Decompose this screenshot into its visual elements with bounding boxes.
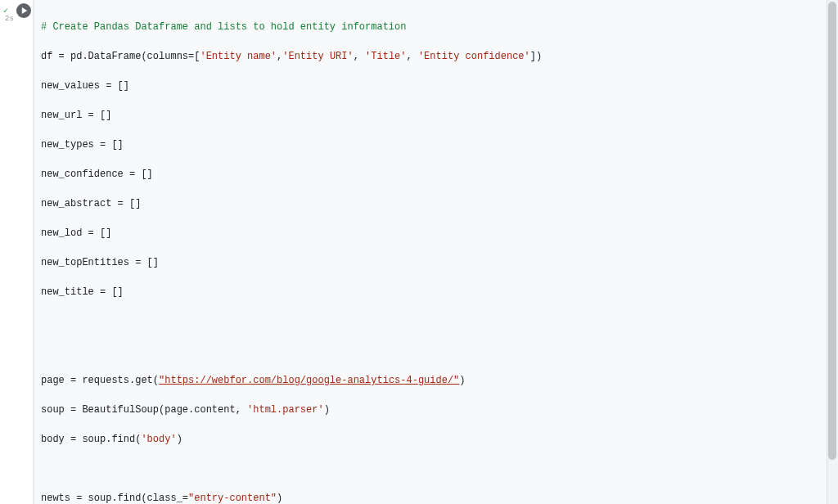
play-icon [21, 7, 28, 14]
run-cell-button[interactable] [16, 3, 31, 18]
code-editor[interactable]: # Create Pandas Dataframe and lists to h… [33, 0, 838, 504]
execution-status: ✓ [3, 5, 11, 13]
vertical-scrollbar[interactable] [827, 0, 838, 504]
execution-time: 2s [5, 15, 14, 23]
notebook-cell: ✓ 2s # Create Pandas Dataframe and lists… [0, 0, 838, 504]
code-comment: # Create Pandas Dataframe and lists to h… [41, 21, 406, 33]
scrollbar-thumb[interactable] [828, 2, 836, 460]
cell-gutter: ✓ 2s [0, 0, 33, 504]
url-string: "https://webfor.com/blog/google-analytic… [159, 375, 459, 386]
